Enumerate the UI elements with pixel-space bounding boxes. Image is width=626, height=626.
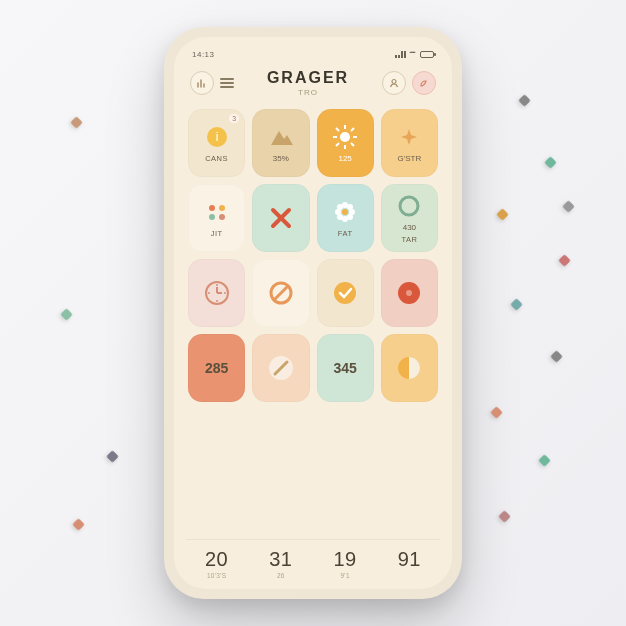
pebble — [550, 350, 563, 363]
ring-icon — [395, 192, 423, 220]
app-subtitle: TRO — [267, 88, 349, 97]
stat-number: 31 — [252, 548, 309, 571]
bottom-stats: 2010'3'S3126199'191 — [186, 539, 440, 581]
dot-icon — [395, 279, 423, 307]
pebble — [496, 208, 509, 221]
tile-5[interactable] — [252, 184, 309, 252]
svg-line-10 — [351, 128, 354, 131]
pebble — [498, 510, 511, 523]
stat-1[interactable]: 3126 — [252, 542, 309, 581]
menu-button[interactable] — [220, 78, 234, 88]
pebble — [558, 254, 571, 267]
stat-sub: 9'1 — [317, 572, 374, 579]
tile-2[interactable]: 125 — [317, 109, 374, 177]
stat-number: 20 — [188, 548, 245, 571]
screen: 14:13 GRAGER TRO — [174, 37, 452, 589]
clock-icon — [203, 279, 231, 307]
svg-text:i: i — [215, 130, 218, 144]
tile-13[interactable] — [252, 334, 309, 402]
pebble — [490, 406, 503, 419]
tile-label: CANS — [205, 154, 228, 163]
svg-point-0 — [392, 80, 396, 84]
svg-point-25 — [347, 214, 353, 220]
profile-button[interactable] — [382, 71, 406, 95]
pebble — [562, 200, 575, 213]
app-title: GRAGER — [267, 69, 349, 87]
pebble — [72, 518, 85, 531]
stat-3[interactable]: 91 — [381, 542, 438, 581]
pebble — [544, 156, 557, 169]
tile-label: TAR — [401, 235, 417, 244]
tile-3[interactable]: G'STR — [381, 109, 438, 177]
battery-icon — [420, 51, 434, 58]
cross-icon — [267, 204, 295, 232]
bars-icon — [197, 78, 207, 88]
svg-point-3 — [340, 132, 350, 142]
signal-icon — [395, 50, 405, 58]
svg-point-23 — [347, 204, 353, 210]
tile-value: G'STR — [398, 154, 422, 163]
stat-number: 19 — [317, 548, 374, 571]
svg-point-26 — [342, 209, 348, 215]
status-time: 14:13 — [192, 50, 215, 59]
tick-icon — [331, 279, 359, 307]
mountain-icon — [267, 123, 295, 151]
info-icon: i — [203, 123, 231, 151]
pebble — [106, 450, 119, 463]
status-bar: 14:13 — [186, 47, 440, 61]
svg-point-15 — [219, 214, 225, 220]
svg-point-24 — [337, 214, 343, 220]
svg-point-27 — [400, 197, 418, 215]
tile-10[interactable] — [317, 259, 374, 327]
tile-badge: 3 — [229, 114, 239, 123]
svg-line-36 — [274, 286, 288, 300]
pebble — [538, 454, 551, 467]
tile-value: 430 — [403, 223, 416, 232]
svg-point-39 — [406, 290, 412, 296]
half-icon — [395, 354, 423, 382]
flower-icon — [331, 198, 359, 226]
tile-4[interactable]: JIT — [188, 184, 245, 252]
tile-0[interactable]: 3iCANS — [188, 109, 245, 177]
pebble — [70, 116, 83, 129]
wifi-icon — [408, 51, 417, 57]
tile-14[interactable]: 345 — [317, 334, 374, 402]
tile-value: 285 — [205, 360, 228, 376]
svg-point-12 — [209, 205, 215, 211]
tile-11[interactable] — [381, 259, 438, 327]
phone-frame: 14:13 GRAGER TRO — [164, 27, 462, 599]
stats-button[interactable] — [190, 71, 214, 95]
stat-number: 91 — [381, 548, 438, 571]
svg-line-11 — [336, 143, 339, 146]
tile-8[interactable] — [188, 259, 245, 327]
svg-line-8 — [336, 128, 339, 131]
stat-2[interactable]: 199'1 — [317, 542, 374, 581]
dots-icon — [203, 198, 231, 226]
pebble — [510, 298, 523, 311]
tile-6[interactable]: FAT — [317, 184, 374, 252]
stat-sub: 26 — [252, 572, 309, 579]
slash-icon — [267, 354, 295, 382]
tile-15[interactable] — [381, 334, 438, 402]
stat-0[interactable]: 2010'3'S — [188, 542, 245, 581]
pebble — [518, 94, 531, 107]
tile-value: 35% — [273, 154, 289, 163]
action-button[interactable] — [412, 71, 436, 95]
tile-9[interactable] — [252, 259, 309, 327]
status-indicators — [395, 50, 434, 59]
app-header: GRAGER TRO — [186, 61, 440, 99]
tile-12[interactable]: 285 — [188, 334, 245, 402]
forbid-icon — [267, 279, 295, 307]
tile-1[interactable]: 35% — [252, 109, 309, 177]
tile-value: 125 — [338, 154, 351, 163]
tile-value: 345 — [333, 360, 356, 376]
svg-line-9 — [351, 143, 354, 146]
user-icon — [389, 78, 399, 88]
svg-point-37 — [334, 282, 356, 304]
sparkle-icon — [395, 123, 423, 151]
tile-7[interactable]: 430TAR — [381, 184, 438, 252]
stat-sub: 10'3'S — [188, 572, 245, 579]
svg-point-22 — [337, 204, 343, 210]
tile-grid: 3iCANS35%125G'STRJITFAT430TAR285345 — [186, 99, 440, 539]
sun-icon — [331, 123, 359, 151]
